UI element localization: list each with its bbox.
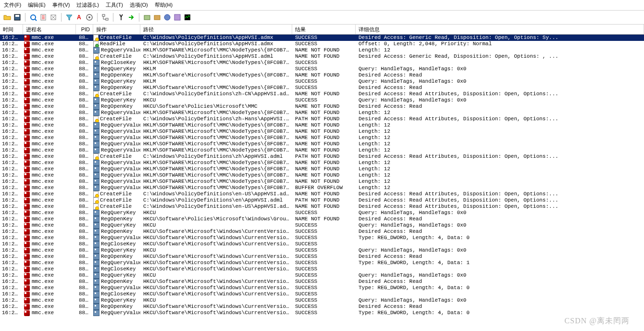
file-icon <box>93 41 99 47</box>
table-row[interactable]: 16:2...mmc.exe8852RegQueryKeyHKLMSUCCESS… <box>0 66 644 72</box>
header-operation[interactable]: 操作 <box>93 25 140 34</box>
registry-icon <box>93 266 99 272</box>
table-row[interactable]: 16:2...mmc.exe8852CreateFileC:\Windows\P… <box>0 35 644 41</box>
table-row[interactable]: 16:2...mmc.exe8852RegCloseKeyHKCU\Softwa… <box>0 241 644 247</box>
cell-time: 16:2... <box>0 304 23 310</box>
table-row[interactable]: 16:2...mmc.exe8852CreateFileC:\Windows\P… <box>0 153 644 160</box>
table-row[interactable]: 16:2...mmc.exe8852RegQueryKeyHKCUSUCCESS… <box>0 222 644 229</box>
cell-path: HKCU <box>140 297 292 304</box>
cell-operation: RegQueryValue <box>93 260 140 266</box>
table-row[interactable]: 16:2...mmc.exe8852RegOpenKeyHKCU\Softwar… <box>0 304 644 310</box>
autoscroll-icon[interactable] <box>39 13 48 22</box>
table-row[interactable]: 16:2...mmc.exe8852RegQueryValueHKLM\SOFT… <box>0 160 644 166</box>
table-row[interactable]: 16:2...mmc.exe8852RegQueryKeyHKCUSUCCESS… <box>0 297 644 304</box>
table-row[interactable]: 16:2...mmc.exe8852RegQueryValueHKLM\SOFT… <box>0 172 644 178</box>
table-row[interactable]: 16:2...mmc.exe8852RegQueryValueHKCU\Soft… <box>0 235 644 241</box>
clear-icon[interactable] <box>49 13 58 22</box>
table-row[interactable]: 16:2...mmc.exe8852RegQueryValueHKLM\SOFT… <box>0 128 644 135</box>
table-row[interactable]: 16:2...mmc.exe8852RegQueryValueHKLM\SOFT… <box>0 178 644 185</box>
table-row[interactable]: 16:2...mmc.exe8852RegCloseKeyHKCU\Softwa… <box>0 266 644 272</box>
menu-event[interactable]: 事件(V) <box>52 1 70 9</box>
process-tree-icon[interactable] <box>101 13 110 22</box>
table-row[interactable]: 16:2...mmc.exe8852RegQueryKeyHKCUSUCCESS… <box>0 97 644 103</box>
cell-detail: Length: 12 <box>356 178 644 185</box>
table-row[interactable]: 16:2...mmc.exe8852CreateFileC:\Windows\P… <box>0 204 644 210</box>
cell-operation: RegCloseKey <box>93 241 140 247</box>
profiling-icon[interactable] <box>183 13 192 22</box>
cell-pid: 8852 <box>76 266 93 272</box>
table-row[interactable]: 16:2...mmc.exe8852RegQueryValueHKCU\Soft… <box>0 310 644 316</box>
menu-help[interactable]: 帮助(H) <box>155 1 173 9</box>
table-row[interactable]: 16:2...mmc.exe8852RegQueryKeyHKLMSUCCESS… <box>0 78 644 85</box>
registry-icon <box>93 160 99 166</box>
menu-file[interactable]: 文件(F) <box>4 1 21 9</box>
table-row[interactable]: 16:2...mmc.exe8852CreateFileC:\Windows\P… <box>0 197 644 204</box>
table-row[interactable]: 16:2...mmc.exe8852RegQueryValueHKLM\SOFT… <box>0 122 644 128</box>
table-row[interactable]: 16:2...mmc.exe8852RegOpenKeyHKCU\Softwar… <box>0 229 644 235</box>
menu-options[interactable]: 选项(O) <box>130 1 148 9</box>
table-row[interactable]: 16:2...mmc.exe8852RegQueryKeyHKCUSUCCESS… <box>0 247 644 254</box>
cell-operation: RegQueryValue <box>93 47 140 53</box>
table-row[interactable]: 16:2...mmc.exe8852RegOpenKeyHKCU\Softwar… <box>0 103 644 110</box>
cell-time: 16:2... <box>0 285 23 291</box>
table-row[interactable]: 16:2...mmc.exe8852RegQueryValueHKLM\SOFT… <box>0 47 644 53</box>
cell-result: NAME NOT FOUND <box>292 172 356 178</box>
table-row[interactable]: 16:2...mmc.exe8852CreateFileC:\Windows\P… <box>0 91 644 97</box>
table-row[interactable]: 16:2...mmc.exe8852RegOpenKeyHKCU\Softwar… <box>0 254 644 260</box>
cell-detail: Length: 12 <box>356 141 644 147</box>
table-row[interactable]: 16:2...mmc.exe8852RegQueryValueHKLM\SOFT… <box>0 185 644 191</box>
include-icon[interactable] <box>85 13 94 22</box>
cell-path: HKCU <box>140 247 292 254</box>
save-icon[interactable] <box>13 13 22 22</box>
table-row[interactable]: 16:2...mmc.exe8852ReadFileC:\Windows\Pol… <box>0 41 644 47</box>
open-icon[interactable] <box>3 13 12 22</box>
highlight-icon[interactable]: A <box>75 13 84 22</box>
menu-edit[interactable]: 编辑(E) <box>28 1 46 9</box>
table-row[interactable]: 16:2...mmc.exe8852RegQueryKeyHKCUSUCCESS… <box>0 272 644 279</box>
filter-icon[interactable] <box>65 13 74 22</box>
table-row[interactable]: 16:2...mmc.exe8852CreateFileC:\Windows\P… <box>0 191 644 197</box>
network-activity-icon[interactable] <box>163 13 172 22</box>
table-row[interactable]: 16:2...mmc.exe8852RegOpenKeyHKLM\Softwar… <box>0 85 644 91</box>
cell-process: mmc.exe <box>23 266 76 272</box>
process-icon <box>24 166 30 172</box>
header-path[interactable]: 路径 <box>140 25 292 34</box>
process-icon <box>24 123 30 128</box>
table-row[interactable]: 16:2...mmc.exe8852RegQueryValueHKLM\SOFT… <box>0 110 644 116</box>
table-row[interactable]: 16:2...mmc.exe8852RegOpenKeyHKCU\Softwar… <box>0 279 644 285</box>
registry-activity-icon[interactable] <box>143 13 151 22</box>
menu-tools[interactable]: 工具(T) <box>106 1 123 9</box>
cell-path: HKLM\SOFTWARE\Microsoft\MMC\NodeTypes\{8… <box>140 147 292 153</box>
menu-filter[interactable]: 过滤器(L) <box>76 1 99 9</box>
header-detail[interactable]: 详细信息 <box>356 25 644 34</box>
cell-operation: CreateFile <box>93 204 140 210</box>
filesystem-activity-icon[interactable] <box>153 13 161 22</box>
event-list[interactable]: 16:2...mmc.exe8852CreateFileC:\Windows\P… <box>0 35 644 331</box>
process-activity-icon[interactable] <box>173 13 182 22</box>
table-row[interactable]: 16:2...mmc.exe8852RegQueryValueHKCU\Soft… <box>0 260 644 266</box>
cell-detail: Query: HandleTags, HandleTags: 0x0 <box>356 272 644 279</box>
table-row[interactable]: 16:2...mmc.exe8852RegQueryKeyHKCUSUCCESS… <box>0 210 644 216</box>
table-row[interactable]: 16:2...mmc.exe8852RegQueryValueHKLM\SOFT… <box>0 135 644 141</box>
table-row[interactable]: 16:2...mmc.exe8852RegQueryValueHKLM\SOFT… <box>0 141 644 147</box>
header-pid[interactable]: PID <box>76 25 93 34</box>
table-row[interactable]: 16:2...mmc.exe8852RegQueryValueHKLM\SOFT… <box>0 147 644 153</box>
jump-icon[interactable] <box>127 13 136 22</box>
table-row[interactable]: 16:2...mmc.exe8852RegCloseKeyHKLM\SOFTWA… <box>0 60 644 66</box>
capture-icon[interactable] <box>29 13 37 22</box>
header-result[interactable]: 结果 <box>292 25 356 34</box>
header-process[interactable]: 进程名 <box>23 25 76 34</box>
table-row[interactable]: 16:2...mmc.exe8852RegCloseKeyHKCU\Softwa… <box>0 291 644 297</box>
table-row[interactable]: 16:2...mmc.exe8852RegOpenKeyHKLM\Softwar… <box>0 72 644 78</box>
cell-time: 16:2... <box>0 210 23 216</box>
process-icon <box>24 160 30 166</box>
process-icon <box>24 141 30 147</box>
find-icon[interactable] <box>117 13 125 22</box>
table-row[interactable]: 16:2...mmc.exe8852CreateFileC:\Windows\P… <box>0 116 644 122</box>
table-row[interactable]: 16:2...mmc.exe8852RegQueryValueHKCU\Soft… <box>0 285 644 291</box>
table-row[interactable]: 16:2...mmc.exe8852RegQueryValueHKLM\SOFT… <box>0 166 644 172</box>
table-row[interactable]: 16:2...mmc.exe8852CreateFileC:\Windows\P… <box>0 53 644 60</box>
header-time[interactable]: 时间 <box>0 25 23 34</box>
table-row[interactable]: 16:2...mmc.exe8852RegOpenKeyHKCU\Softwar… <box>0 216 644 222</box>
cell-operation: RegQueryKey <box>93 97 140 103</box>
